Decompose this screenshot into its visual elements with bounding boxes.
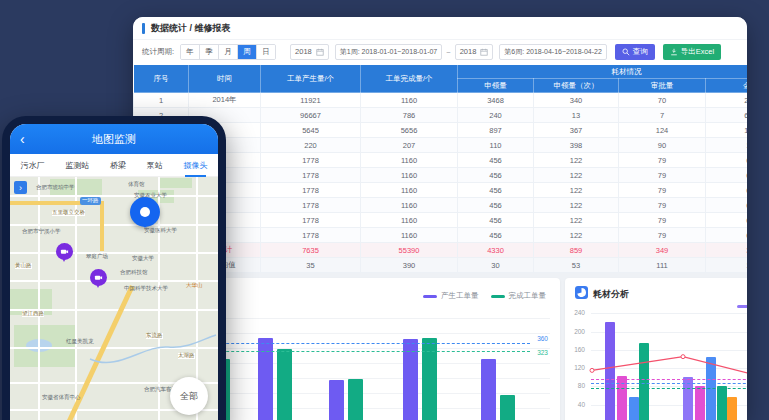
map-label: 体育馆 [128,182,145,188]
query-button[interactable]: 查询 [615,44,655,60]
table-cell: 67 [706,213,748,228]
table-cell: 240 [458,108,534,123]
table-cell: 79 [619,228,706,243]
table-cell: 122 [534,183,619,198]
period-segmented-control: 年季月周日 [180,44,276,60]
table-cell: 250 [706,93,748,108]
map-label: 东流路 [146,333,163,339]
page-background: 数据统计 / 维修报表 统计周期: 年季月周日 2018 第1周: 2018-0… [0,0,769,420]
period-option-日[interactable]: 日 [257,45,275,59]
legend-dash [423,295,437,298]
table-cell: 7 [619,108,706,123]
legend-dash [491,295,505,298]
period-option-季[interactable]: 季 [200,45,219,59]
back-icon[interactable]: ‹ [20,132,25,146]
table-row: 12014年119211160346834070250 [134,93,748,108]
filter-bar: 统计周期: 年季月周日 2018 第1周: 2018-01-01~2018-01… [133,40,747,64]
map-view[interactable]: › 全部 合肥市琥珀中学体育馆安徽农业大学一环路五里墩立交桥合肥市宁溪小学安徽医… [10,177,218,420]
map-label: 翠庭广场 [86,254,108,260]
table-cell: 220 [261,138,361,153]
search-icon [622,48,630,56]
table-cell: 1160 [361,183,458,198]
table-cell: 33 [706,243,748,258]
phone-tab-桥梁[interactable]: 桥梁 [110,158,126,173]
table-cell: 1160 [361,198,458,213]
week-range-to-input[interactable]: 第6周: 2018-04-16~2018-04-22 [499,44,606,60]
map-label: 中国科学技术大学 [124,286,168,292]
period-option-月[interactable]: 月 [219,45,238,59]
calendar-icon [480,48,488,56]
y-axis-tick: 160 [567,346,585,353]
table-cell: 67 [706,168,748,183]
year-to-select[interactable]: 2018 [455,44,494,60]
table-cell: 1778 [261,213,361,228]
phone-tab-污水厂[interactable]: 污水厂 [20,158,44,173]
consumable-chart-card: 耗材分析 2402001601208040 [565,278,747,420]
table-cell: 1778 [261,198,361,213]
bar [639,343,649,420]
table-cell: 96667 [261,108,361,123]
table-cell: 398 [534,138,619,153]
map-label: 合肥市宁溪小学 [22,229,61,235]
table-cell: 1160 [361,153,458,168]
bar-完成工单量 [500,395,515,420]
phone-tab-泵站[interactable]: 泵站 [147,158,163,173]
camera-marker-pin[interactable] [56,243,73,260]
table-cell: 79 [619,168,706,183]
map-road [10,347,218,349]
table-cell: 786 [361,108,458,123]
period-option-周[interactable]: 周 [238,45,257,59]
table-cell: 1778 [261,153,361,168]
phone-mockup: ‹ 地图监测 污水厂监测站桥梁泵站摄像头 [2,116,226,420]
show-all-button[interactable]: 全部 [170,377,208,415]
range-separator: ~ [446,48,450,57]
reference-line [591,379,747,380]
export-excel-button[interactable]: 导出Excel [663,44,721,60]
reference-label: 323 [537,349,548,356]
table-cell: 2014年 [189,93,261,108]
phone-screen: ‹ 地图监测 污水厂监测站桥梁泵站摄像头 [10,124,218,420]
table-cell: 79 [619,213,706,228]
reference-label: 360 [537,335,548,342]
map-label: 望江西路 [22,311,44,317]
table-cell: 5656 [361,123,458,138]
table-cell: 1160 [361,228,458,243]
map-expand-toggle[interactable]: › [14,181,27,194]
map-label: 合肥科技馆 [120,270,148,276]
map-label: 太湖路 [178,353,195,359]
table-cell: 122 [534,153,619,168]
camera-icon [60,247,69,256]
sub-column-header: 审批量 [619,79,706,93]
bar-完成工单量 [277,349,292,420]
period-option-年[interactable]: 年 [181,45,200,59]
table-cell: 859 [534,243,619,258]
table-cell: 4330 [458,243,534,258]
table-cell: 111 [619,258,706,273]
table-cell: 30 [458,258,534,273]
week-range-from-input[interactable]: 第1周: 2018-01-01~2018-01-07 [335,44,442,60]
table-cell: 122 [534,198,619,213]
table-cell: 1160 [361,93,458,108]
map-road [38,177,40,420]
camera-marker-pin[interactable] [90,269,107,286]
grid-line [591,313,747,314]
table-cell: 456 [458,198,534,213]
download-icon [670,48,678,56]
selected-marker-pin[interactable] [130,197,160,227]
breadcrumb-accent [142,23,145,34]
bar [727,397,737,420]
phone-tab-监测站[interactable]: 监测站 [65,158,89,173]
map-road [10,252,218,254]
map-label: 安徽省体育中心 [42,395,81,401]
legend-label: 产生工单量 [441,291,479,301]
bar [629,397,639,420]
table-cell: 79 [619,198,706,213]
chart-card-title: 耗材分析 [593,288,629,301]
bar [695,386,705,420]
table-cell: 650 [706,108,748,123]
phone-tab-摄像头[interactable]: 摄像头 [184,158,208,173]
table-cell: 79 [619,153,706,168]
year-from-select[interactable]: 2018 [290,44,329,60]
table-cell: 349 [619,243,706,258]
phone-title: 地图监测 [92,132,136,147]
